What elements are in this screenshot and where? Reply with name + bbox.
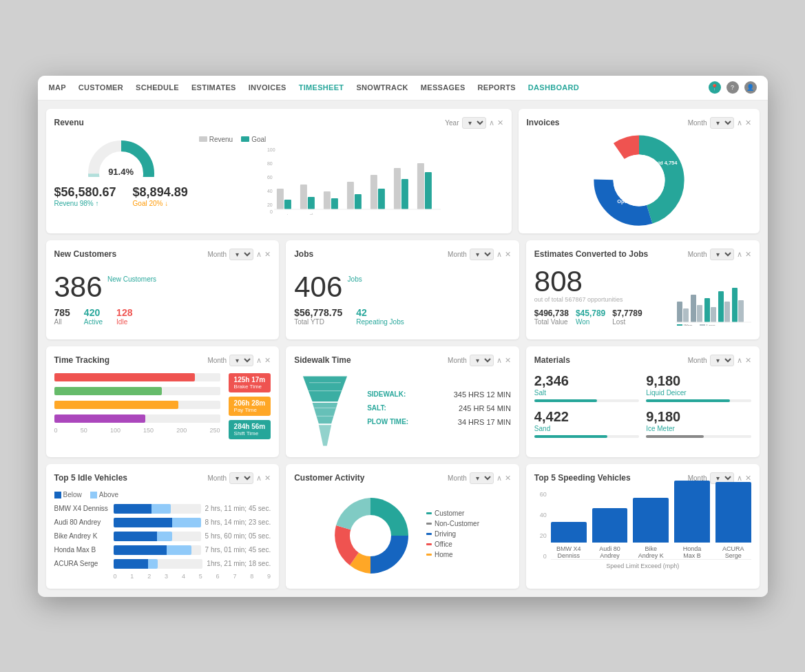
svg-text:60: 60 <box>267 175 273 180</box>
nav-timesheet[interactable]: TIMESHEET <box>299 83 344 92</box>
veh-above-bmw <box>151 504 171 514</box>
row-4: Top 5 Idle Vehicles Month ▾ ∧ ✕ Below Ab… <box>46 464 760 589</box>
sw-value-2: 245 HR 54 MIN <box>459 404 511 412</box>
veh-bar-audi <box>114 518 201 527</box>
speed-bar-bmw-fill <box>551 522 587 543</box>
new-customers-controls: Month ▾ ∧ ✕ <box>207 249 271 260</box>
speed-bars: BMW X4Denniss Audi 80Andrey BikeAndrey K <box>551 491 751 560</box>
nav-map[interactable]: MAP <box>49 83 66 92</box>
revenue-goal-item: $8,894.89 Goal 20% ↓ <box>133 185 188 207</box>
legend-dot-home <box>426 554 432 556</box>
sidewalk-expand[interactable]: ∧ <box>496 356 502 365</box>
nav-icon-user[interactable]: 👤 <box>744 81 757 94</box>
sidewalk-select[interactable]: ▾ <box>470 355 494 366</box>
speed-label-bmw: BMW X4Denniss <box>556 545 581 559</box>
veh-name-bmw: BMW X4 Denniss <box>54 505 109 512</box>
row-2: New Customers Month ▾ ∧ ✕ 386 New Custom… <box>46 240 760 339</box>
nav-messages[interactable]: MESSAGES <box>421 83 466 92</box>
customer-activity-close[interactable]: ✕ <box>505 474 511 483</box>
jobs-close[interactable]: ✕ <box>505 250 511 259</box>
nav-invoices[interactable]: INVOICES <box>249 83 286 92</box>
speed-bar-honda: HondaMax B <box>674 481 710 559</box>
veh-bar-acura <box>114 559 203 569</box>
hbar-tags: 125h 17m Brake Time 206h 28m Pay Time 28… <box>229 373 271 439</box>
sw-row-2: SALT: 245 HR 54 MIN <box>367 404 511 412</box>
estimates-won: $45,789 Won <box>576 308 605 326</box>
materials-close[interactable]: ✕ <box>745 356 751 365</box>
new-customers-select[interactable]: ▾ <box>229 249 253 260</box>
new-customers-content: 386 New Customers 785 All 420 Active <box>54 267 271 331</box>
veh-bar-bmw <box>114 504 201 514</box>
nav-customer[interactable]: CUSTOMER <box>79 83 123 92</box>
estimates-select[interactable]: ▾ <box>710 249 734 260</box>
sidewalk-close[interactable]: ✕ <box>505 356 511 365</box>
estimates-expand[interactable]: ∧ <box>737 250 742 259</box>
revenue-close[interactable]: ✕ <box>497 118 503 127</box>
idle-vehicles-period: Month <box>207 474 227 482</box>
speeding-vehicles-card: Top 5 Speeding Vehicles Month ▾ ∧ ✕ 60 4… <box>526 464 760 589</box>
materials-expand[interactable]: ∧ <box>737 356 742 365</box>
veh-legend: Below Above <box>54 491 271 498</box>
nav-dashboard[interactable]: DASHBOARD <box>528 83 579 92</box>
new-customers-expand[interactable]: ∧ <box>256 250 262 259</box>
revenue-amount: $56,580.67 <box>54 185 116 200</box>
revenue-expand[interactable]: ∧ <box>489 118 494 127</box>
stat-active-value: 420 <box>84 307 103 318</box>
speed-bar-bmw: BMW X4Denniss <box>551 522 587 559</box>
time-tracking-expand[interactable]: ∧ <box>256 356 262 365</box>
revenue-donut-label: 91.4% <box>108 167 134 177</box>
tag-pay: 206h 28m Pay Time <box>229 397 271 416</box>
estimates-total-value: $496,738 <box>534 308 569 318</box>
invoices-expand[interactable]: ∧ <box>737 118 742 127</box>
revenue-period-select[interactable]: ▾ <box>462 117 486 129</box>
invoices-period-select[interactable]: ▾ <box>710 117 734 129</box>
jobs-period: Month <box>448 251 467 258</box>
sw-label-1: SIDEWALK: <box>367 390 406 399</box>
mat-ice-value: 9,180 <box>646 409 751 425</box>
sidewalk-stats: SIDEWALK: 345 HRS 12 MIN SALT: 245 HR 54… <box>367 390 511 432</box>
hbar-section: 0 50 100 150 200 250 <box>54 373 220 439</box>
veh-below-audi <box>114 518 172 527</box>
jobs-ytd-label: Total YTD <box>294 318 342 326</box>
jobs-expand[interactable]: ∧ <box>496 250 502 259</box>
time-tracking-close[interactable]: ✕ <box>264 356 271 365</box>
hbar-row-1 <box>54 373 220 381</box>
sw-row-3: PLOW TIME: 34 HRS 17 MIN <box>367 418 511 426</box>
time-tracking-select[interactable]: ▾ <box>229 355 253 366</box>
hbar-row-2 <box>54 387 220 395</box>
invoices-close[interactable]: ✕ <box>745 118 751 127</box>
materials-grid: 2,346 Salt 9,180 Liquid Deicer 4,422 San… <box>534 373 751 438</box>
jobs-select[interactable]: ▾ <box>470 249 494 260</box>
invoices-period: Month <box>688 119 707 127</box>
idle-vehicles-close[interactable]: ✕ <box>264 474 271 483</box>
svg-rect-36 <box>683 308 689 322</box>
customer-activity-expand[interactable]: ∧ <box>496 474 502 483</box>
revenue-goal-label: Goal 20% ↓ <box>133 200 188 207</box>
customer-activity-select[interactable]: ▾ <box>470 472 494 484</box>
svg-rect-46 <box>677 324 682 326</box>
idle-vehicles-select[interactable]: ▾ <box>229 472 253 484</box>
idle-vehicles-expand[interactable]: ∧ <box>256 474 262 483</box>
invoices-header: Invoices Month ▾ ∧ ✕ <box>527 117 751 129</box>
nav-estimates[interactable]: ESTIMATES <box>191 83 236 92</box>
estimates-close[interactable]: ✕ <box>745 250 751 259</box>
nav-icon-help[interactable]: ? <box>726 81 739 94</box>
materials-select[interactable]: ▾ <box>710 355 734 366</box>
speed-bar-bikeandrey: BikeAndrey K <box>633 498 669 559</box>
jobs-content: 406 Jobs $56,778.75 Total YTD 42 Repeati… <box>294 267 511 331</box>
tag-brake-value: 125h 17m <box>234 376 266 384</box>
jobs-ytd-value: $56,778.75 <box>294 307 342 318</box>
tag-pay-value: 206h 28m <box>234 399 266 407</box>
nav-reports[interactable]: REPORTS <box>478 83 516 92</box>
nav-schedule[interactable]: SCHEDULE <box>136 83 179 92</box>
invoices-controls: Month ▾ ∧ ✕ <box>688 117 751 129</box>
nav-icon-location[interactable]: 📍 <box>709 81 721 94</box>
rev-legend-revenu: Revenu <box>199 136 233 143</box>
speed-bar-bikeandrey-fill <box>633 498 669 543</box>
revenue-left: 91.4% $56,580.67 Revenu 98% ↑ $8,894.89 … <box>54 136 188 207</box>
new-customers-close[interactable]: ✕ <box>264 250 271 259</box>
nav-snowtrack[interactable]: SNOWTRACK <box>356 83 408 92</box>
app-window: MAP CUSTOMER SCHEDULE ESTIMATES INVOICES… <box>38 76 768 597</box>
svg-rect-39 <box>704 298 710 322</box>
speed-bar-audi-fill <box>592 508 628 543</box>
